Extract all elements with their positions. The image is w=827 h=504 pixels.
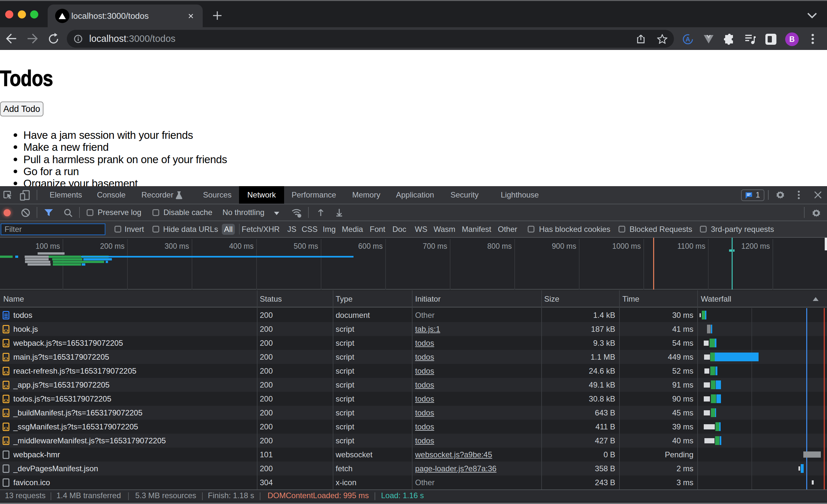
svg-text:A: A — [686, 36, 690, 43]
